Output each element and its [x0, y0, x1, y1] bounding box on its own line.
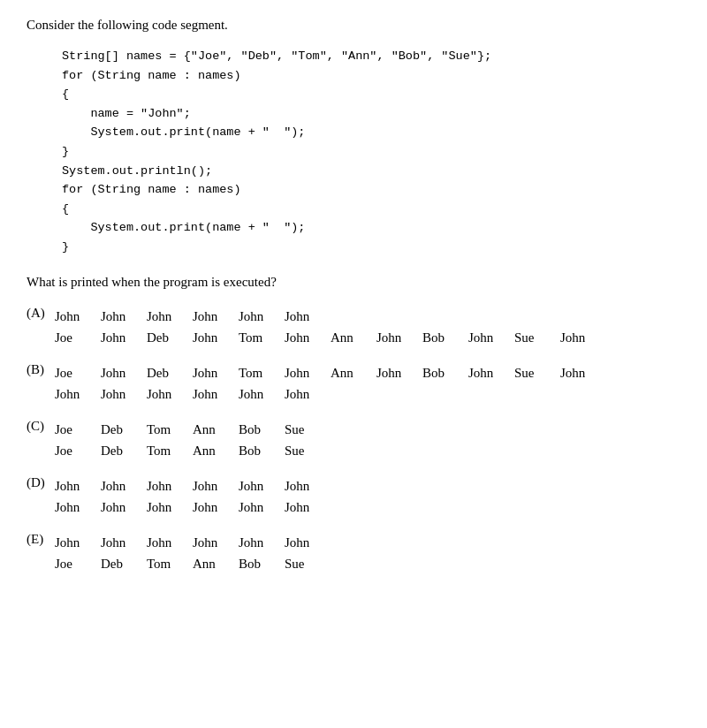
word-2-1-2: Tom	[147, 440, 193, 461]
option-line-3-1: JohnJohnJohnJohnJohnJohn	[55, 497, 331, 518]
word-1-0-2: Deb	[147, 362, 193, 383]
word-2-1-0: Joe	[55, 440, 101, 461]
options-container: (A)JohnJohnJohnJohnJohnJohnJoeJohnDebJoh…	[27, 306, 680, 574]
option-label-0: (A)	[27, 306, 55, 321]
option-line-1-0: JoeJohnDebJohnTomJohnAnnJohnBobJohnSueJo…	[55, 362, 606, 383]
word-0-1-6: Ann	[331, 327, 376, 348]
word-3-1-4: John	[239, 497, 285, 518]
word-1-0-1: John	[101, 362, 147, 383]
option-content-2: JoeDebTomAnnBobSueJoeDebTomAnnBobSue	[55, 419, 331, 461]
option-label-1: (B)	[27, 362, 55, 377]
word-0-1-8: Bob	[422, 327, 468, 348]
word-0-0-5: John	[285, 306, 331, 327]
option-line-0-0: JohnJohnJohnJohnJohnJohn	[55, 306, 606, 327]
option-line-1-1: JohnJohnJohnJohnJohnJohn	[55, 383, 606, 405]
word-1-1-0: John	[55, 383, 101, 405]
word-2-1-4: Bob	[239, 440, 285, 461]
word-4-0-1: John	[101, 532, 147, 553]
word-4-1-2: Tom	[147, 553, 193, 574]
word-1-0-11: John	[560, 362, 606, 383]
option-line-4-0: JohnJohnJohnJohnJohnJohn	[55, 532, 331, 553]
word-3-0-1: John	[101, 475, 147, 497]
word-3-1-5: John	[285, 497, 331, 518]
intro-text: Consider the following code segment.	[27, 18, 680, 33]
word-2-0-4: Bob	[239, 419, 285, 440]
word-0-0-4: John	[239, 306, 285, 327]
option-label-3: (D)	[27, 475, 55, 490]
word-2-1-5: Sue	[285, 440, 331, 461]
word-1-1-1: John	[101, 383, 147, 405]
word-1-0-6: Ann	[331, 362, 376, 383]
word-4-0-4: John	[239, 532, 285, 553]
word-4-0-3: John	[193, 532, 239, 553]
word-0-1-1: John	[101, 327, 147, 348]
option-line-0-1: JoeJohnDebJohnTomJohnAnnJohnBobJohnSueJo…	[55, 327, 606, 348]
option-line-3-0: JohnJohnJohnJohnJohnJohn	[55, 475, 331, 497]
word-4-1-5: Sue	[285, 553, 331, 574]
word-0-1-7: John	[376, 327, 422, 348]
word-0-1-10: Sue	[514, 327, 560, 348]
option-line-2-1: JoeDebTomAnnBobSue	[55, 440, 331, 461]
word-0-1-3: John	[193, 327, 239, 348]
option-line-2-0: JoeDebTomAnnBobSue	[55, 419, 331, 440]
option-content-0: JohnJohnJohnJohnJohnJohnJoeJohnDebJohnTo…	[55, 306, 606, 348]
word-3-0-2: John	[147, 475, 193, 497]
option-d: (D)JohnJohnJohnJohnJohnJohnJohnJohnJohnJ…	[27, 475, 680, 518]
word-0-0-1: John	[101, 306, 147, 327]
option-line-4-1: JoeDebTomAnnBobSue	[55, 553, 331, 574]
question-text: What is printed when the program is exec…	[27, 275, 680, 290]
option-b: (B)JoeJohnDebJohnTomJohnAnnJohnBobJohnSu…	[27, 362, 680, 405]
word-4-1-0: Joe	[55, 553, 101, 574]
word-3-1-1: John	[101, 497, 147, 518]
word-1-0-10: Sue	[514, 362, 560, 383]
word-1-0-9: John	[468, 362, 514, 383]
word-0-1-5: John	[285, 327, 331, 348]
word-1-0-0: Joe	[55, 362, 101, 383]
word-4-1-3: Ann	[193, 553, 239, 574]
word-0-1-4: Tom	[239, 327, 285, 348]
word-3-0-0: John	[55, 475, 101, 497]
word-2-0-1: Deb	[101, 419, 147, 440]
word-2-1-1: Deb	[101, 440, 147, 461]
word-4-0-5: John	[285, 532, 331, 553]
option-content-4: JohnJohnJohnJohnJohnJohnJoeDebTomAnnBobS…	[55, 532, 331, 574]
word-1-1-5: John	[285, 383, 331, 405]
word-3-0-5: John	[285, 475, 331, 497]
option-content-1: JoeJohnDebJohnTomJohnAnnJohnBobJohnSueJo…	[55, 362, 606, 405]
word-3-1-0: John	[55, 497, 101, 518]
word-0-0-3: John	[193, 306, 239, 327]
word-1-0-4: Tom	[239, 362, 285, 383]
word-4-1-1: Deb	[101, 553, 147, 574]
word-0-0-2: John	[147, 306, 193, 327]
word-2-1-3: Ann	[193, 440, 239, 461]
word-3-0-4: John	[239, 475, 285, 497]
word-0-0-0: John	[55, 306, 101, 327]
word-2-0-3: Ann	[193, 419, 239, 440]
word-1-1-2: John	[147, 383, 193, 405]
word-1-0-5: John	[285, 362, 331, 383]
option-content-3: JohnJohnJohnJohnJohnJohnJohnJohnJohnJohn…	[55, 475, 331, 518]
word-2-0-5: Sue	[285, 419, 331, 440]
option-e: (E)JohnJohnJohnJohnJohnJohnJoeDebTomAnnB…	[27, 532, 680, 574]
word-1-1-3: John	[193, 383, 239, 405]
word-4-1-4: Bob	[239, 553, 285, 574]
word-2-0-0: Joe	[55, 419, 101, 440]
word-3-1-2: John	[147, 497, 193, 518]
word-0-1-11: John	[560, 327, 606, 348]
option-label-4: (E)	[27, 532, 55, 547]
option-a: (A)JohnJohnJohnJohnJohnJohnJoeJohnDebJoh…	[27, 306, 680, 348]
code-block: String[] names = {"Joe", "Deb", "Tom", "…	[62, 47, 680, 257]
word-1-1-4: John	[239, 383, 285, 405]
word-0-1-9: John	[468, 327, 514, 348]
word-4-0-0: John	[55, 532, 101, 553]
word-3-0-3: John	[193, 475, 239, 497]
option-c: (C)JoeDebTomAnnBobSueJoeDebTomAnnBobSue	[27, 419, 680, 461]
word-1-0-7: John	[376, 362, 422, 383]
word-2-0-2: Tom	[147, 419, 193, 440]
word-0-1-0: Joe	[55, 327, 101, 348]
option-label-2: (C)	[27, 419, 55, 434]
word-0-1-2: Deb	[147, 327, 193, 348]
word-4-0-2: John	[147, 532, 193, 553]
word-3-1-3: John	[193, 497, 239, 518]
word-1-0-3: John	[193, 362, 239, 383]
